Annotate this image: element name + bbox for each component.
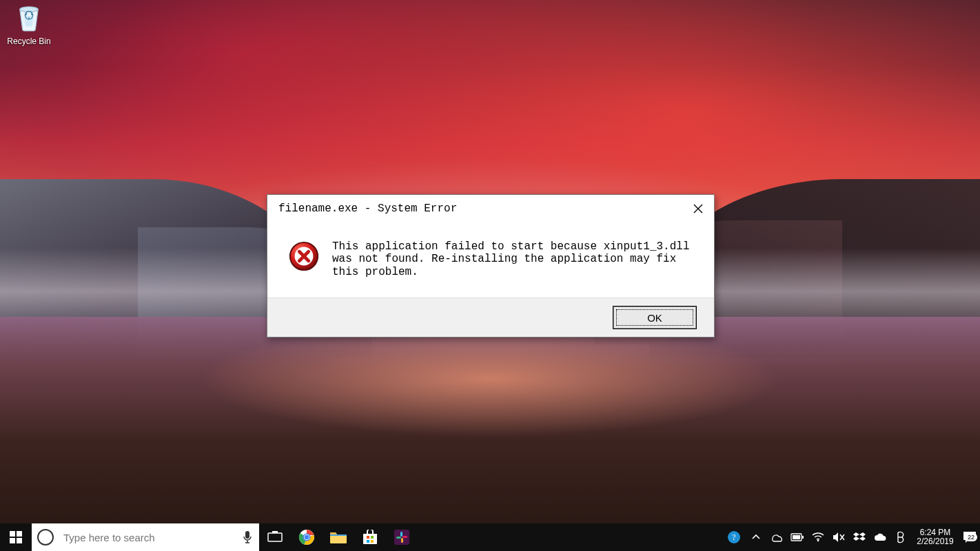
svg-rect-16 xyxy=(367,540,369,543)
svg-rect-9 xyxy=(272,531,278,533)
tray-item-cloud[interactable] xyxy=(870,532,890,542)
svg-rect-4 xyxy=(17,531,22,537)
taskbar-clock[interactable]: 6:24 PM 2/26/2019 xyxy=(911,528,959,546)
svg-rect-22 xyxy=(402,536,407,538)
desktop[interactable]: Recycle Bin filename.exe - System Error xyxy=(0,0,980,551)
dialog-footer: OK xyxy=(267,298,714,337)
store-icon xyxy=(362,530,378,545)
wallpaper-shape xyxy=(0,317,980,523)
tray-item-volume-muted[interactable] xyxy=(828,532,849,543)
battery-icon xyxy=(790,533,804,541)
sync-icon xyxy=(770,532,783,542)
svg-rect-5 xyxy=(10,538,15,543)
dialog-close-button[interactable] xyxy=(682,195,714,222)
desktop-icon-label: Recycle Bin xyxy=(4,37,54,46)
close-icon xyxy=(693,204,703,214)
cloud-icon xyxy=(873,532,887,542)
system-tray: ? xyxy=(722,523,980,551)
tray-item-device[interactable] xyxy=(890,531,911,543)
windows-logo-icon xyxy=(10,531,22,543)
svg-rect-19 xyxy=(400,532,402,537)
svg-rect-6 xyxy=(17,538,22,543)
svg-rect-15 xyxy=(371,536,374,539)
chevron-up-icon xyxy=(752,533,760,541)
system-error-dialog: filename.exe - System Error xyxy=(267,194,715,337)
taskbar-item-slack[interactable] xyxy=(386,523,418,551)
taskbar-item-task-view[interactable] xyxy=(259,523,291,551)
svg-point-11 xyxy=(303,534,311,541)
taskbar-item-ms-store[interactable] xyxy=(354,523,386,551)
tray-item-get-help[interactable]: ? xyxy=(722,530,746,544)
svg-text:?: ? xyxy=(732,532,735,542)
start-button[interactable] xyxy=(0,523,32,551)
wifi-icon xyxy=(812,532,824,542)
file-explorer-icon xyxy=(329,530,347,544)
desktop-icon-recycle-bin[interactable]: Recycle Bin xyxy=(4,3,54,46)
tray-item-dropbox[interactable] xyxy=(849,532,870,543)
slack-icon xyxy=(394,530,409,545)
chrome-icon xyxy=(298,529,315,545)
svg-rect-3 xyxy=(10,531,15,537)
action-center-button[interactable]: 22 xyxy=(959,531,980,543)
svg-rect-27 xyxy=(793,535,800,539)
ok-button[interactable]: OK xyxy=(613,306,696,329)
svg-rect-21 xyxy=(401,538,403,543)
volume-mute-icon xyxy=(833,532,845,543)
svg-point-10 xyxy=(299,530,314,545)
svg-rect-26 xyxy=(802,536,804,539)
task-view-icon xyxy=(267,531,283,543)
dialog-title-text: filename.exe - System Error xyxy=(278,202,457,215)
search-input[interactable] xyxy=(62,531,237,544)
taskbar: ? xyxy=(0,523,980,551)
microphone-icon[interactable] xyxy=(243,530,252,544)
svg-point-13 xyxy=(305,535,309,540)
taskbar-spacer xyxy=(418,523,722,551)
dialog-titlebar[interactable]: filename.exe - System Error xyxy=(267,195,714,222)
taskbar-item-file-explorer[interactable] xyxy=(323,523,354,551)
notification-badge: 22 xyxy=(965,533,977,541)
svg-rect-17 xyxy=(371,540,374,543)
tray-overflow-button[interactable] xyxy=(746,533,766,541)
recycle-bin-icon xyxy=(16,3,42,32)
dropbox-icon xyxy=(853,532,866,543)
svg-rect-18 xyxy=(394,530,409,545)
svg-point-28 xyxy=(817,540,819,542)
svg-rect-8 xyxy=(268,533,282,541)
device-icon xyxy=(895,531,906,543)
svg-point-12 xyxy=(304,534,309,540)
tray-item-battery[interactable] xyxy=(787,533,808,541)
svg-point-0 xyxy=(20,7,39,12)
tray-item-onedrive-sync[interactable] xyxy=(766,532,787,542)
taskbar-item-chrome[interactable] xyxy=(291,523,323,551)
taskbar-search[interactable] xyxy=(32,523,259,551)
error-icon xyxy=(288,240,320,272)
help-icon: ? xyxy=(727,530,741,544)
dialog-message: This application failed to start because… xyxy=(332,240,691,278)
svg-rect-20 xyxy=(396,537,401,539)
tray-item-wifi[interactable] xyxy=(808,532,828,542)
svg-rect-14 xyxy=(367,536,369,539)
cortana-icon xyxy=(37,529,54,545)
svg-rect-7 xyxy=(245,531,249,539)
clock-date: 2/26/2019 xyxy=(917,537,953,546)
